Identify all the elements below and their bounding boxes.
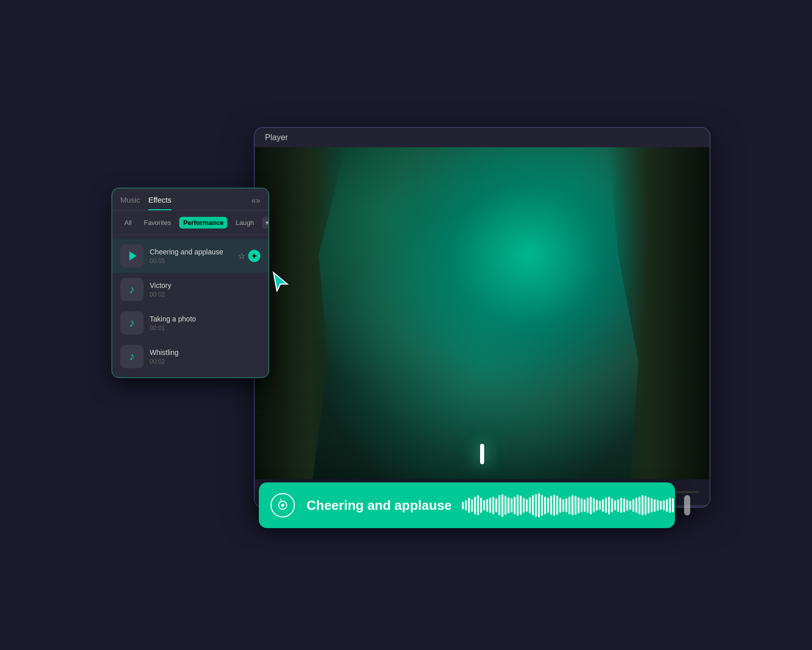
waveform-bar (648, 497, 650, 513)
waveform-bar (514, 497, 516, 514)
waveform-bar (477, 495, 479, 515)
waveform-bar (520, 496, 522, 515)
player-screen: 00:00:07:02 / 00:01:2... (255, 147, 709, 505)
waveform-bar (507, 497, 510, 513)
waveform-bar (617, 499, 619, 512)
svg-text:♪: ♪ (278, 496, 282, 504)
waveform-bar (605, 498, 607, 513)
sound-info-whistling: Whistling 00:02 (150, 348, 260, 365)
filter-all[interactable]: All (120, 217, 136, 229)
waveform-bar (663, 500, 665, 510)
waveform-bar (556, 496, 558, 515)
sound-actions-cheering: ☆ + (238, 250, 260, 262)
waveform-bar (483, 500, 485, 510)
waveform-bar (550, 496, 552, 515)
waveform-bar (602, 499, 604, 512)
favorite-button-cheering[interactable]: ☆ (238, 251, 245, 261)
cursor-arrow-icon (269, 269, 292, 292)
player-handle[interactable] (684, 495, 690, 515)
filter-favorites[interactable]: Favorites (140, 217, 175, 229)
waveform-bar (672, 498, 674, 512)
waveform-bar (504, 496, 506, 515)
rock-right (608, 147, 709, 505)
waveform-bar (565, 498, 567, 512)
waveform-bar (635, 498, 637, 513)
waveform-bar (523, 498, 525, 513)
waveform-bar (611, 498, 613, 512)
waveform-bar (468, 498, 470, 513)
collapse-button[interactable]: «» (251, 196, 260, 210)
sound-item-victory[interactable]: ♪ Victory 00:02 (112, 273, 268, 306)
add-button-cheering[interactable]: + (248, 250, 260, 262)
waveform-bar (529, 497, 531, 513)
filter-row: All Favorites Performance Laugh ▾ (112, 211, 268, 235)
sound-name-whistling: Whistling (150, 348, 260, 356)
waveform-bar (596, 500, 598, 511)
sound-duration-victory: 00:02 (150, 291, 260, 298)
waveform-bar (632, 499, 634, 512)
sound-info-photo: Taking a photo 00:01 (150, 315, 260, 332)
play-icon (129, 251, 137, 261)
waveform-bar (465, 500, 467, 510)
sound-name-cheering: Cheering and applause (150, 248, 232, 256)
sound-duration-photo: 00:01 (150, 324, 260, 332)
waveform-bar (590, 497, 592, 514)
waveform-bar (559, 498, 561, 513)
sound-list: Cheering and applause 00:05 ☆ + ♪ Victor… (112, 235, 268, 377)
sound-item-whistling[interactable]: ♪ Whistling 00:02 (112, 340, 268, 373)
waveform-bar (501, 494, 503, 517)
waveform-bar (489, 498, 491, 513)
sound-icon-whistling: ♪ (120, 345, 144, 368)
waveform-bar (654, 499, 656, 512)
waveform-bar (657, 500, 659, 511)
waveform-bar (535, 494, 537, 517)
sound-item-photo[interactable]: ♪ Taking a photo 00:01 (112, 306, 268, 340)
audio-waveform (462, 493, 674, 518)
waveform-bar (614, 500, 616, 510)
sound-info-cheering: Cheering and applause 00:05 (150, 248, 232, 265)
waveform-bar (593, 498, 595, 512)
waveform-bar (532, 495, 534, 515)
waveform-bar (462, 502, 464, 509)
sound-duration-cheering: 00:05 (150, 257, 232, 265)
waveform-bar (599, 501, 601, 510)
waveform-bar (638, 497, 640, 514)
waveform-bar (538, 493, 540, 517)
player-disc-icon: ♪ (269, 492, 296, 519)
waveform-bar (660, 501, 662, 510)
tab-effects[interactable]: Effects (148, 196, 172, 210)
sound-name-victory: Victory (150, 281, 260, 289)
waveform-bar (645, 496, 647, 515)
sound-name-photo: Taking a photo (150, 315, 260, 323)
waveform-bar (541, 495, 543, 516)
waveform-bar (480, 498, 482, 513)
filter-laugh[interactable]: Laugh (231, 217, 258, 229)
waveform-bar (486, 499, 488, 512)
audio-player-title: Cheering and applause (307, 498, 452, 513)
waveform-bar (474, 497, 476, 514)
sound-item-cheering[interactable]: Cheering and applause 00:05 ☆ + (112, 239, 268, 273)
panel-tabs: Music Effects «» (112, 188, 268, 211)
video-background (255, 147, 709, 505)
waveform-bar (666, 499, 668, 512)
waveform-bar (517, 495, 519, 516)
waveform-bar (495, 498, 497, 512)
waveform-bar (623, 498, 625, 512)
filter-performance[interactable]: Performance (179, 217, 227, 229)
music-note-icon: ♪ (129, 283, 135, 296)
waveform-bar (629, 501, 631, 510)
waveform-bar (574, 496, 577, 515)
waveform-bar (620, 498, 622, 513)
filter-dropdown[interactable]: ▾ (262, 217, 269, 229)
waveform-bar (544, 497, 546, 514)
main-scene: Player 00:00:07:02 / 00:01:2... (101, 96, 710, 554)
waveform-bar (587, 498, 589, 513)
waveform-bar (669, 498, 671, 513)
sound-icon-victory: ♪ (120, 278, 144, 301)
play-button-cheering[interactable] (120, 244, 144, 268)
waveform-bar (526, 499, 528, 512)
tab-music[interactable]: Music (120, 196, 140, 210)
waveform-bar (578, 497, 580, 513)
music-note-icon: ♪ (129, 316, 135, 330)
waveform-bar (471, 499, 473, 512)
